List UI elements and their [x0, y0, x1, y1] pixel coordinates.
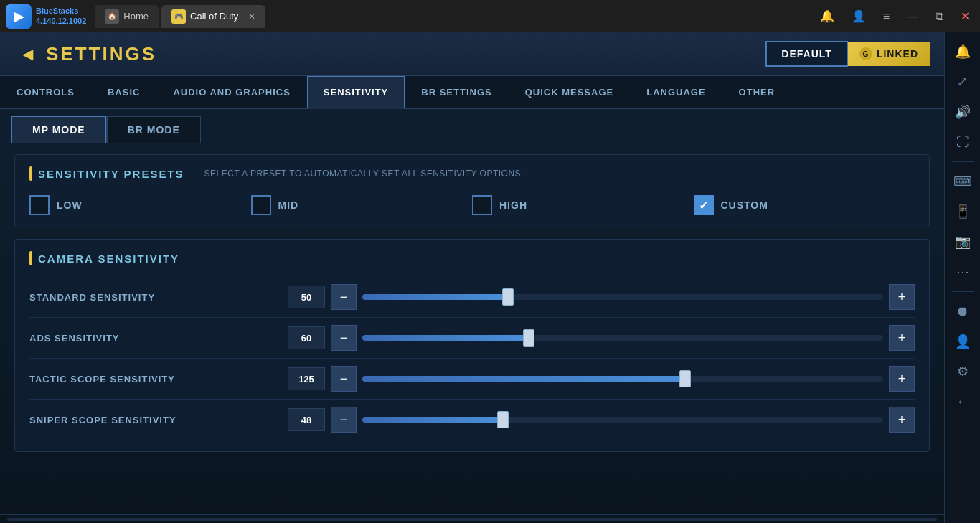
- bluestacks-icon: ▶: [6, 4, 32, 29]
- cod-tab[interactable]: 🎮 Call of Duty ✕: [161, 5, 265, 28]
- sniper-slider-fill: [362, 417, 503, 423]
- tab-controls[interactable]: CONTROLS: [0, 76, 91, 108]
- ads-plus-btn[interactable]: +: [889, 325, 915, 351]
- standard-slider-track[interactable]: [362, 294, 883, 300]
- presets-header: SENSITIVITY PRESETS SELECT A PRESET TO A…: [29, 166, 915, 181]
- sidebar-screenshot-icon[interactable]: 📷: [949, 228, 976, 255]
- preset-mid-label: MID: [278, 199, 299, 211]
- section-title-bar: [29, 166, 32, 181]
- standard-plus-btn[interactable]: +: [889, 284, 915, 310]
- sidebar-account-icon[interactable]: 👤: [949, 328, 976, 355]
- scroll-track[interactable]: [7, 518, 937, 521]
- garena-icon: G: [859, 47, 872, 60]
- menu-btn[interactable]: ≡: [879, 9, 894, 24]
- ads-minus-btn[interactable]: −: [331, 325, 357, 351]
- window-frame: ▶ BlueStacks 4.140.12.1002 🏠 Home 🎮 Call…: [0, 0, 980, 523]
- sniper-plus-btn[interactable]: +: [889, 407, 915, 433]
- close-btn[interactable]: ✕: [956, 8, 974, 24]
- standard-sensitivity-row: STANDARD SENSITIVITY 50 − +: [29, 277, 915, 318]
- sidebar-expand-icon[interactable]: ⤢: [949, 68, 976, 95]
- settings-title: SETTINGS: [46, 43, 156, 65]
- home-tab[interactable]: 🏠 Home: [95, 5, 159, 28]
- title-bar-controls: 🔔 👤 ≡ — ⧉ ✕: [816, 8, 974, 24]
- ads-sensitivity-value: 60: [288, 326, 325, 349]
- default-button[interactable]: DEFAULT: [765, 41, 848, 67]
- ads-sensitivity-row: ADS SENSITIVITY 60 − +: [29, 318, 915, 359]
- tactic-slider-track[interactable]: [362, 376, 883, 382]
- back-icon[interactable]: ◀: [14, 41, 40, 67]
- preset-custom: CUSTOM: [694, 195, 915, 215]
- sidebar-record-icon[interactable]: ⏺: [949, 298, 976, 325]
- sniper-minus-btn[interactable]: −: [331, 407, 357, 433]
- sidebar-divider-1: [952, 161, 974, 162]
- sidebar-back-icon[interactable]: ←: [949, 388, 976, 415]
- ads-slider-thumb[interactable]: [523, 329, 534, 347]
- tactic-slider-thumb[interactable]: [679, 370, 691, 387]
- account-btn[interactable]: 👤: [847, 8, 870, 24]
- tactic-minus-btn[interactable]: −: [331, 366, 357, 392]
- standard-sensitivity-control: − +: [331, 284, 915, 310]
- standard-slider-fill: [362, 294, 508, 300]
- notification-btn[interactable]: 🔔: [816, 8, 839, 24]
- camera-sensitivity-title: CAMERA SENSITIVITY: [29, 251, 915, 265]
- camera-sensitivity-label: CAMERA SENSITIVITY: [38, 253, 179, 265]
- presets-row: LOW MID HIGH: [29, 195, 915, 215]
- preset-low-checkbox[interactable]: [29, 195, 50, 215]
- sidebar-bell-icon[interactable]: 🔔: [949, 38, 976, 65]
- preset-mid: MID: [251, 195, 473, 215]
- content-area[interactable]: SENSITIVITY PRESETS SELECT A PRESET TO A…: [0, 143, 944, 514]
- cod-tab-close[interactable]: ✕: [248, 11, 255, 22]
- sub-tab-mp-mode[interactable]: MP MODE: [11, 116, 106, 143]
- preset-low-label: LOW: [57, 199, 83, 211]
- preset-custom-checkbox[interactable]: [694, 195, 714, 215]
- sniper-slider-thumb[interactable]: [497, 411, 509, 428]
- preset-low: LOW: [29, 195, 251, 215]
- preset-high-checkbox[interactable]: [472, 195, 492, 215]
- ads-slider-track[interactable]: [362, 335, 883, 341]
- tactic-slider-fill: [362, 376, 685, 382]
- sniper-slider-track[interactable]: [362, 417, 883, 423]
- preset-mid-checkbox[interactable]: [251, 195, 271, 215]
- bluestacks-logo: ▶ BlueStacks 4.140.12.1002: [6, 4, 86, 29]
- tab-br-settings[interactable]: BR SETTINGS: [405, 76, 508, 108]
- tab-quick-message[interactable]: QUICK MESSAGE: [509, 76, 631, 108]
- sniper-scope-value: 48: [288, 408, 325, 431]
- tab-audio-graphics[interactable]: AUDIO AND GRAPHICS: [156, 76, 306, 108]
- sidebar-fullscreen-icon[interactable]: ⛶: [949, 128, 976, 156]
- tactic-scope-value: 125: [288, 367, 325, 390]
- sniper-scope-control: − +: [331, 407, 915, 433]
- minimize-btn[interactable]: —: [903, 9, 923, 24]
- tactic-plus-btn[interactable]: +: [889, 366, 915, 392]
- tactic-scope-sensitivity-row: TACTIC SCOPE SENSITIVITY 125 − +: [29, 359, 915, 400]
- preset-high: HIGH: [472, 195, 694, 215]
- bluestacks-version: BlueStacks 4.140.12.1002: [36, 6, 86, 25]
- preset-high-label: HIGH: [499, 199, 527, 211]
- game-area: ◀ SETTINGS DEFAULT G LINKED CONTROLS BAS…: [0, 32, 944, 523]
- tactic-scope-control: − +: [331, 366, 915, 392]
- presets-title: SENSITIVITY PRESETS: [38, 168, 184, 180]
- sub-tab-br-mode[interactable]: BR MODE: [107, 116, 201, 143]
- camera-sensitivity-section: CAMERA SENSITIVITY STANDARD SENSITIVITY …: [14, 239, 930, 452]
- title-bar: ▶ BlueStacks 4.140.12.1002 🏠 Home 🎮 Call…: [0, 0, 980, 32]
- sniper-scope-sensitivity-row: SNIPER SCOPE SENSITIVITY 48 − +: [29, 400, 915, 440]
- home-icon: 🏠: [105, 9, 119, 24]
- sidebar-more-icon[interactable]: ⋯: [949, 258, 976, 286]
- sidebar-volume-icon[interactable]: 🔊: [949, 98, 976, 126]
- presets-description: SELECT A PRESET TO AUTOMATICALLY SET ALL…: [204, 169, 524, 179]
- sniper-scope-label: SNIPER SCOPE SENSITIVITY: [29, 415, 288, 425]
- sidebar-phone-icon[interactable]: 📱: [949, 198, 976, 225]
- tab-basic[interactable]: BASIC: [91, 76, 156, 108]
- ads-sensitivity-control: − +: [331, 325, 915, 351]
- sidebar-gear-icon[interactable]: ⚙: [949, 358, 976, 385]
- tab-other[interactable]: OTHER: [722, 76, 792, 108]
- main-area: ◀ SETTINGS DEFAULT G LINKED CONTROLS BAS…: [0, 32, 980, 523]
- sidebar-keyboard-icon[interactable]: ⌨: [949, 168, 976, 195]
- linked-button[interactable]: G LINKED: [848, 42, 930, 66]
- standard-slider-thumb[interactable]: [502, 288, 514, 306]
- restore-btn[interactable]: ⧉: [931, 9, 948, 24]
- standard-minus-btn[interactable]: −: [331, 284, 357, 310]
- tab-sensitivity[interactable]: SENSITIVITY: [307, 76, 405, 109]
- presets-section: SENSITIVITY PRESETS SELECT A PRESET TO A…: [14, 154, 930, 227]
- standard-sensitivity-value: 50: [288, 286, 325, 308]
- tab-language[interactable]: LANGUAGE: [630, 76, 722, 108]
